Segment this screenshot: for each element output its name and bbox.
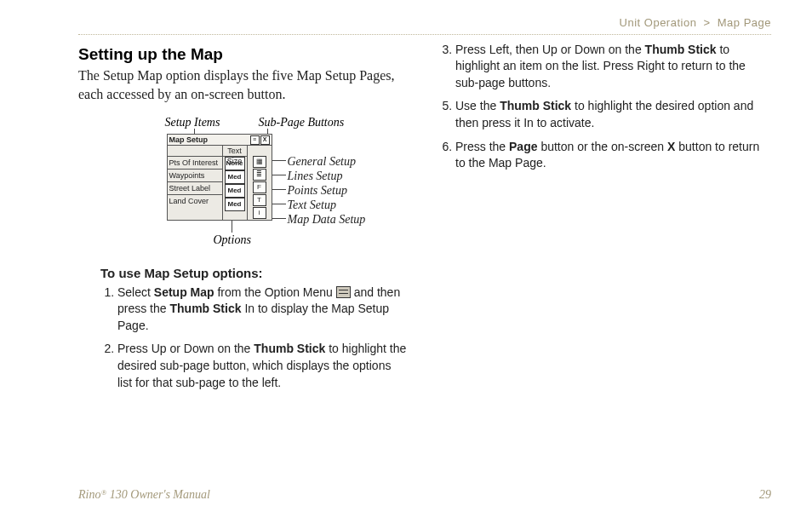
step-text: Press the	[455, 140, 509, 153]
page-footer: Rino® 130 Owner's Manual 29	[78, 487, 771, 503]
device-value: Med	[225, 184, 245, 198]
device-row-label: Land Cover	[168, 196, 222, 206]
step-bold: Setup Map	[154, 285, 214, 299]
callout-general-setup: General Setup	[288, 154, 366, 169]
breadcrumb: Unit Operation > Map Page	[78, 15, 771, 31]
callout-text-setup: Text Setup	[288, 198, 366, 212]
header-rule	[78, 34, 771, 35]
step-text: Press Up or Down on the	[117, 342, 254, 355]
steps-heading: To use Map Setup options:	[100, 265, 411, 282]
step-text: Press Left, then Up or Down on the	[455, 43, 645, 56]
device-title: Map Setup	[169, 135, 249, 145]
footer-page-number: 29	[759, 487, 771, 503]
steps-list-right: Press Left, then Up or Down on the Thumb…	[438, 42, 771, 172]
step-5: Use the Thumb Stick to highlight the des…	[455, 98, 768, 131]
step-2: Press Up or Down on the Thumb Stick to h…	[117, 341, 408, 391]
device-close-icon: X	[260, 135, 270, 145]
caption-subpage-buttons: Sub-Page Buttons	[259, 115, 345, 131]
step-6: Press the Page button or the on-screen X…	[455, 139, 768, 172]
device-value: Med	[225, 170, 245, 184]
subpage-button: ▦	[253, 156, 266, 168]
leader-line	[271, 175, 286, 175]
setup-callouts: General Setup Lines Setup Points Setup T…	[288, 154, 366, 227]
callout-map-data-setup: Map Data Setup	[288, 212, 366, 227]
breadcrumb-sep: >	[704, 16, 711, 29]
device-col-header: Text Size	[223, 146, 247, 157]
step-bold: Thumb Stick	[169, 302, 241, 315]
step-text: from the Option Menu	[214, 285, 336, 299]
device-value: Med	[225, 198, 245, 211]
step-3: Press Left, then Up or Down on the Thumb…	[455, 42, 768, 92]
step-text: button or the on-screen	[538, 140, 668, 153]
footer-product-name: Rino	[78, 488, 100, 501]
footer-product: Rino® 130 Owner's Manual	[78, 487, 210, 503]
device-row-label: Street Label	[168, 183, 222, 193]
steps-list-left: Select Setup Map from the Option Menu an…	[100, 285, 411, 392]
leader-line	[271, 218, 286, 219]
callout-points-setup: Points Setup	[288, 183, 366, 198]
device-menu-icon: ≡	[250, 135, 260, 145]
step-1: Select Setup Map from the Option Menu an…	[117, 285, 408, 335]
subpage-button: i	[253, 207, 266, 219]
subpage-button: T	[253, 194, 266, 206]
device-row-label: Pts Of Interest	[168, 158, 222, 168]
breadcrumb-section: Unit Operation	[620, 16, 697, 29]
intro-paragraph: The Setup Map option displays the five M…	[78, 66, 411, 103]
subpage-button: ≣	[253, 169, 266, 181]
step-text: Select	[117, 285, 154, 299]
leader-line	[271, 189, 286, 190]
map-setup-figure: Setup Items Sub-Page Buttons Options Map…	[100, 115, 390, 251]
step-text: Use the	[455, 99, 500, 112]
option-menu-icon	[336, 286, 351, 298]
device-value: None	[225, 157, 245, 170]
section-title: Setting up the Map	[78, 43, 411, 66]
step-bold: Thumb Stick	[500, 99, 571, 112]
caption-options: Options	[214, 233, 251, 249]
leader-line	[271, 204, 286, 204]
device-row-label: Waypoints	[168, 170, 222, 181]
step-bold: Thumb Stick	[645, 43, 717, 56]
callout-lines-setup: Lines Setup	[288, 169, 366, 183]
footer-product-suffix: 130 Owner's Manual	[106, 488, 210, 501]
subpage-button: F	[253, 181, 266, 193]
leader-line	[271, 160, 286, 161]
step-bold: X	[667, 140, 675, 153]
step-bold: Page	[509, 140, 537, 153]
step-bold: Thumb Stick	[254, 342, 325, 355]
device-screenshot: Map Setup ≡ X Pts Of Interest Waypoints …	[167, 134, 272, 221]
breadcrumb-page: Map Page	[718, 16, 771, 29]
caption-setup-items: Setup Items	[165, 115, 220, 131]
